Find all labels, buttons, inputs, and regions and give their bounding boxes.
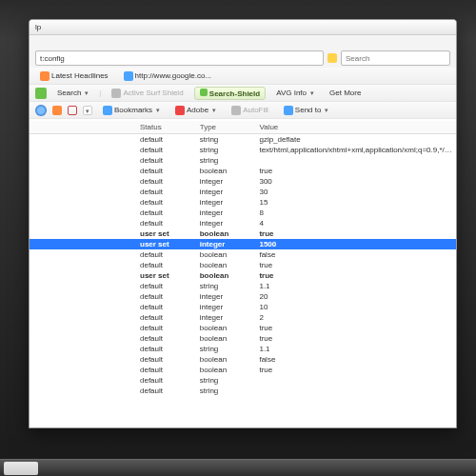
avg-toolbar: Search | Active Surf Shield Search-Shiel… (30, 85, 456, 102)
search-shield-button[interactable]: Search-Shield (194, 87, 267, 100)
table-row[interactable]: defaultinteger300 (30, 176, 456, 187)
type-cell: integer (196, 239, 256, 249)
bookmark-latest-headlines[interactable]: Latest Headlines (35, 69, 113, 83)
table-row[interactable]: user setinteger1500 (30, 239, 456, 249)
status-cell: default (136, 302, 196, 312)
type-cell: string (196, 375, 256, 386)
table-row[interactable]: defaultinteger15 (30, 197, 456, 208)
get-more-button[interactable]: Get More (325, 87, 366, 99)
table-header-row[interactable]: Status Type Value (30, 121, 456, 134)
value-cell: 10 (255, 302, 456, 312)
pref-name-cell (30, 344, 136, 354)
star-icon[interactable] (327, 53, 337, 63)
pref-name-cell (30, 239, 136, 249)
value-cell: false (255, 354, 456, 365)
status-cell: default (136, 166, 196, 176)
autofill-button[interactable]: AutoFill (227, 104, 273, 117)
status-cell: default (136, 187, 196, 197)
table-row[interactable]: defaultbooleantrue (30, 323, 456, 333)
status-cell: default (136, 386, 196, 396)
status-cell: user set (136, 228, 196, 239)
col-value-header[interactable]: Value (255, 121, 456, 134)
type-cell: boolean (196, 323, 256, 333)
table-row[interactable]: defaultinteger30 (30, 187, 456, 197)
home-icon[interactable] (52, 106, 62, 115)
pref-name-cell (30, 218, 136, 228)
status-cell: default (136, 260, 196, 270)
type-cell: integer (196, 218, 256, 228)
send-to-icon (284, 106, 293, 115)
google-icon (124, 71, 133, 81)
pref-name-cell (30, 187, 136, 197)
table-row[interactable]: defaultbooleanfalse (30, 249, 456, 260)
value-cell: text/html,application/xhtml+xml,applicat… (255, 145, 456, 155)
col-name-header[interactable] (30, 121, 136, 134)
about-config-content[interactable]: Status Type Value defaultstringgzip_defl… (30, 119, 456, 427)
table-row[interactable]: defaultstring1.1 (30, 344, 456, 354)
type-cell: boolean (196, 166, 256, 176)
pref-name-cell (30, 260, 136, 270)
table-row[interactable]: user setbooleantrue (30, 228, 456, 239)
table-row[interactable]: defaultbooleanfalse (30, 354, 456, 365)
type-cell: integer (196, 312, 256, 323)
table-row[interactable]: user setbooleantrue (30, 270, 456, 281)
table-row[interactable]: defaultinteger8 (30, 208, 456, 218)
status-cell: default (136, 365, 196, 375)
google-toolbar: Bookmarks Adobe AutoFill Send to (30, 102, 456, 119)
table-row[interactable]: defaultbooleantrue (30, 166, 456, 176)
active-surf-shield-button[interactable]: Active Surf Shield (107, 87, 188, 100)
value-cell: 1.1 (255, 344, 456, 354)
table-row[interactable]: defaultstringgzip_deflate (30, 134, 456, 146)
browser-window: lp Latest Headlines http://www.google.co… (29, 19, 457, 428)
autofill-icon (231, 106, 241, 115)
avg-info-button[interactable]: AVG Info (271, 87, 319, 99)
bookmarks-menu-button[interactable]: Bookmarks (98, 104, 165, 117)
google-menu-icon[interactable] (83, 106, 92, 115)
table-row[interactable]: defaultbooleantrue (30, 365, 456, 375)
table-row[interactable]: defaultinteger4 (30, 218, 456, 228)
status-cell: default (136, 354, 196, 365)
table-row[interactable]: defaultstringtext/html,application/xhtml… (30, 145, 456, 155)
table-row[interactable]: defaultinteger2 (30, 312, 456, 323)
table-row[interactable]: defaultstring (30, 375, 456, 386)
url-row (30, 49, 456, 68)
status-cell: default (136, 291, 196, 302)
pref-name-cell (30, 145, 136, 155)
value-cell: 8 (255, 208, 456, 218)
table-row[interactable]: defaultinteger20 (30, 291, 456, 302)
taskbar[interactable] (0, 459, 476, 476)
url-input[interactable] (35, 50, 324, 66)
titlebar[interactable]: lp (30, 20, 456, 35)
table-row[interactable]: defaultbooleantrue (30, 333, 456, 344)
status-cell: default (136, 375, 196, 386)
table-row[interactable]: defaultstring (30, 386, 456, 396)
pref-name-cell (30, 176, 136, 187)
adobe-icon (175, 106, 185, 115)
table-row[interactable]: defaultbooleantrue (30, 260, 456, 270)
table-row[interactable]: defaultinteger10 (30, 302, 456, 312)
type-cell: boolean (196, 354, 256, 365)
taskbar-item[interactable] (4, 462, 38, 475)
pref-name-cell (30, 354, 136, 365)
col-type-header[interactable]: Type (196, 121, 256, 134)
bookmarks-bar: Latest Headlines http://www.google.co... (30, 68, 456, 85)
type-cell: boolean (196, 260, 256, 270)
globe-icon[interactable] (35, 105, 47, 116)
adobe-button[interactable]: Adobe (170, 104, 221, 117)
type-cell: integer (196, 197, 256, 208)
bookmark-google[interactable]: http://www.google.co... (119, 69, 217, 83)
table-row[interactable]: defaultstring (30, 155, 456, 166)
pref-name-cell (30, 302, 136, 312)
gmail-icon[interactable] (68, 106, 77, 115)
type-cell: boolean (196, 270, 256, 281)
shield-icon (111, 89, 121, 98)
avg-search-button[interactable]: Search (52, 87, 93, 99)
type-cell: integer (196, 187, 256, 197)
pref-name-cell (30, 270, 136, 281)
status-cell: default (136, 145, 196, 155)
col-status-header[interactable]: Status (136, 121, 196, 134)
search-box[interactable] (341, 50, 450, 66)
table-row[interactable]: defaultstring1.1 (30, 281, 456, 291)
send-to-button[interactable]: Send to (279, 104, 334, 117)
menubar[interactable] (30, 35, 456, 49)
